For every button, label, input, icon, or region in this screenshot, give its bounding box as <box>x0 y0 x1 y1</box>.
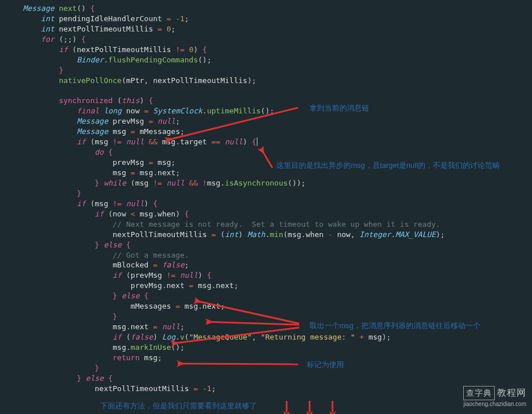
watermark-url: jiaocheng.chazidian.com <box>463 400 526 408</box>
watermark-brand: 查字典 <box>463 386 495 400</box>
annotation-5: 下面还有方法，但是我们只需要看到这里就够了 <box>100 401 257 411</box>
code-editor: Message next() { int pendingIdleHandlerC… <box>0 0 532 414</box>
watermark-suffix: 教程网 <box>497 388 526 397</box>
code-block: Message next() { int pendingIdleHandlerC… <box>0 3 532 394</box>
return-type: Message <box>23 4 54 13</box>
watermark: 查字典教程网 jiaocheng.chazidian.com <box>463 386 526 408</box>
method-name: next <box>59 4 77 13</box>
